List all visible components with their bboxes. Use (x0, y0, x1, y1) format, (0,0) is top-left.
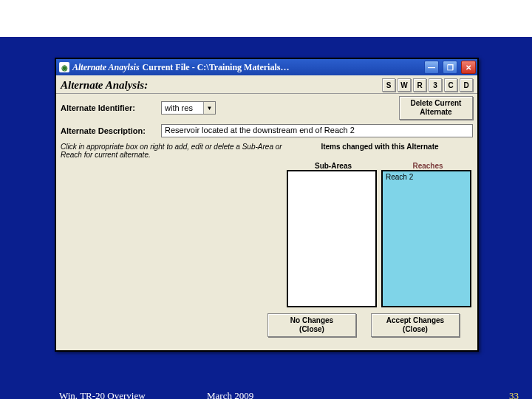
hint-text: Click in appropriate box on right to add… (61, 143, 282, 159)
small-btn-r[interactable]: R (413, 78, 426, 92)
alt-id-label: Alternate Identifier: (61, 103, 157, 112)
close-button[interactable]: ✕ (461, 61, 476, 74)
footer-page-number: 33 (509, 390, 519, 399)
small-btn-3[interactable]: 3 (429, 78, 442, 92)
app-icon: ◉ (59, 62, 69, 72)
restore-button[interactable]: ❐ (443, 61, 457, 74)
alt-desc-label: Alternate Description: (61, 126, 157, 135)
section-header: Alternate Analysis: S W R 3 C D (56, 75, 477, 94)
subareas-listbox[interactable] (287, 170, 377, 307)
accept-changes-button[interactable]: Accept Changes (Close) (371, 313, 460, 337)
small-btn-w[interactable]: W (398, 78, 411, 92)
alt-desc-input[interactable]: Reservoir located at the downstream end … (161, 124, 473, 137)
small-button-row: S W R 3 C D (382, 78, 473, 92)
items-changed-label: Items changed with this Alternate (287, 143, 473, 151)
section-title: Alternate Analysis: (61, 79, 148, 92)
alt-id-combo[interactable]: with res ▼ (161, 101, 216, 115)
window-file-label: Current File - C:\Training Materials… (143, 62, 420, 73)
small-btn-s[interactable]: S (382, 78, 395, 92)
chevron-down-icon[interactable]: ▼ (203, 102, 215, 114)
small-btn-c[interactable]: C (444, 78, 457, 92)
footer-left: Win. TR-20 Overview (59, 390, 146, 399)
reaches-label: Reaches (383, 162, 473, 170)
subareas-label: Sub-Areas (288, 162, 378, 170)
delete-alternate-button[interactable]: Delete Current Alternate (399, 96, 473, 120)
titlebar: ◉ Alternate Anaylsis Current File - C:\T… (56, 59, 477, 75)
alt-id-value: with res (162, 103, 203, 112)
reaches-listbox[interactable]: Reach 2 (381, 170, 471, 307)
no-changes-button[interactable]: No Changes (Close) (267, 313, 356, 337)
small-btn-d[interactable]: D (460, 78, 473, 92)
minimize-button[interactable]: — (424, 61, 439, 74)
window-title: Alternate Anaylsis (72, 62, 140, 73)
app-window: ◉ Alternate Anaylsis Current File - C:\T… (55, 58, 479, 352)
list-item[interactable]: Reach 2 (386, 173, 467, 181)
footer-center: March 2009 (207, 390, 253, 399)
